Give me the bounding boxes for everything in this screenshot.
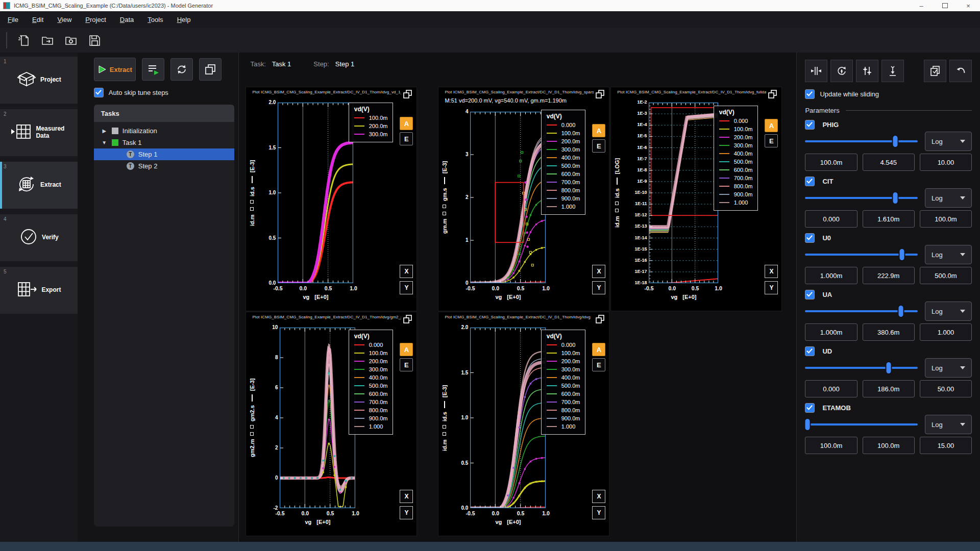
edit-scale-button[interactable]: E xyxy=(592,358,605,371)
param-slider-cit[interactable] xyxy=(805,191,918,205)
update-while-sliding-row[interactable]: Update while sliding xyxy=(805,89,972,99)
log-scale-select[interactable]: Log xyxy=(925,132,972,151)
tree-item-task-1[interactable]: ▼Task 1 xyxy=(94,137,235,148)
param-value-field[interactable]: 186.0m xyxy=(863,380,915,397)
x-axis-button[interactable]: X xyxy=(400,490,413,503)
duplicate-button[interactable] xyxy=(199,58,222,81)
param-max-field[interactable]: 50.00 xyxy=(920,380,972,397)
edit-scale-button[interactable]: E xyxy=(400,358,413,371)
menu-edit[interactable]: Edit xyxy=(32,16,43,23)
expand-plot-button[interactable] xyxy=(403,314,414,325)
sidebar-item-verify[interactable]: 4Verify xyxy=(0,214,78,261)
log-scale-select[interactable]: Log xyxy=(925,302,972,321)
edit-scale-button[interactable]: E xyxy=(765,134,778,147)
undo-button[interactable] xyxy=(949,60,972,82)
sidebar-item-export[interactable]: 5Export xyxy=(0,267,78,314)
y-axis-button[interactable]: Y xyxy=(400,506,413,519)
param-slider-ua[interactable] xyxy=(805,305,918,318)
auto-scale-button[interactable]: A xyxy=(400,343,413,356)
param-checkbox-ud[interactable] xyxy=(805,346,815,356)
expand-plot-button[interactable] xyxy=(595,314,606,325)
menu-file[interactable]: File xyxy=(8,16,18,23)
param-checkbox-ua[interactable] xyxy=(805,290,815,299)
chevron-down-icon[interactable]: ▼ xyxy=(101,140,108,145)
auto-scale-button[interactable]: A xyxy=(765,119,778,132)
x-axis-button[interactable]: X xyxy=(592,265,605,278)
chevron-right-icon[interactable]: ▶ xyxy=(101,128,108,134)
slider-handle[interactable] xyxy=(892,191,898,205)
menu-data[interactable]: Data xyxy=(120,16,134,23)
auto-skip-row[interactable]: Auto skip tune steps xyxy=(94,88,235,97)
param-max-field[interactable]: 1.000 xyxy=(920,323,972,341)
param-value-field[interactable]: 100.0m xyxy=(863,437,915,454)
param-min-field[interactable]: 0.000 xyxy=(805,380,857,397)
param-max-field[interactable]: 10.00 xyxy=(920,154,972,171)
auto-skip-checkbox[interactable] xyxy=(94,88,104,97)
reset-sliders-button[interactable] xyxy=(830,60,853,82)
plot-canvas[interactable] xyxy=(470,328,546,508)
extract-button[interactable]: Extract xyxy=(94,58,136,81)
tree-item-step-2[interactable]: TStep 2 xyxy=(94,160,235,172)
open-project-button[interactable] xyxy=(39,32,56,49)
param-min-field[interactable]: 1.000m xyxy=(805,267,857,284)
log-scale-select[interactable]: Log xyxy=(925,188,972,208)
param-slider-phig[interactable] xyxy=(805,135,918,148)
expand-plot-button[interactable] xyxy=(595,89,606,101)
param-slider-etamob[interactable] xyxy=(805,418,918,431)
project-settings-button[interactable] xyxy=(62,32,80,49)
param-min-field[interactable]: 1.000m xyxy=(805,323,857,341)
param-slider-u0[interactable] xyxy=(805,248,918,261)
auto-scale-button[interactable]: A xyxy=(400,117,413,130)
param-slider-ud[interactable] xyxy=(805,361,918,374)
tune-sliders-button[interactable] xyxy=(856,60,878,82)
y-axis-button[interactable]: Y xyxy=(400,281,413,294)
log-scale-select[interactable]: Log xyxy=(925,245,972,264)
y-axis-button[interactable]: Y xyxy=(592,506,605,519)
menu-tools[interactable]: Tools xyxy=(148,16,163,23)
new-file-button[interactable] xyxy=(15,32,33,49)
param-min-field[interactable]: 100.0m xyxy=(805,437,857,454)
minimize-button[interactable]: – xyxy=(910,0,933,11)
param-checkbox-etamob[interactable] xyxy=(805,403,815,413)
sidebar-item-extract[interactable]: 3Extract xyxy=(0,162,78,209)
expand-plot-button[interactable] xyxy=(403,89,414,101)
menu-project[interactable]: Project xyxy=(85,16,106,23)
pin-sliders-button[interactable] xyxy=(881,60,904,82)
maximize-button[interactable] xyxy=(933,0,957,11)
plot-canvas[interactable] xyxy=(470,112,546,283)
param-max-field[interactable]: 500.0m xyxy=(920,267,972,284)
plot-canvas[interactable] xyxy=(280,328,355,508)
plot-canvas[interactable] xyxy=(649,103,718,283)
copy-plots-button[interactable] xyxy=(924,60,946,82)
update-while-sliding-checkbox[interactable] xyxy=(805,89,815,99)
save-button[interactable] xyxy=(86,32,103,49)
param-value-field[interactable]: 222.9m xyxy=(863,267,915,284)
auto-scale-button[interactable]: A xyxy=(592,124,605,137)
edit-scale-button[interactable]: E xyxy=(400,132,413,145)
menu-view[interactable]: View xyxy=(57,16,71,23)
fit-sliders-button[interactable] xyxy=(805,60,827,82)
close-button[interactable]: × xyxy=(957,0,980,11)
param-checkbox-cit[interactable] xyxy=(805,177,815,186)
auto-scale-button[interactable]: A xyxy=(592,343,605,356)
edit-scale-button[interactable]: E xyxy=(592,139,605,153)
log-scale-select[interactable]: Log xyxy=(925,358,972,378)
x-axis-button[interactable]: X xyxy=(592,490,605,503)
expand-plot-button[interactable] xyxy=(768,89,779,101)
param-checkbox-u0[interactable] xyxy=(805,233,815,243)
slider-handle[interactable] xyxy=(804,418,811,431)
param-max-field[interactable]: 15.00 xyxy=(920,437,972,454)
y-axis-button[interactable]: Y xyxy=(765,281,778,294)
param-min-field[interactable]: 0.000 xyxy=(805,210,857,228)
plot-canvas[interactable] xyxy=(278,103,353,283)
sidebar-item-measured-data[interactable]: 2Measured Data xyxy=(0,109,78,156)
x-axis-button[interactable]: X xyxy=(765,265,778,278)
run-selected-button[interactable] xyxy=(142,58,164,81)
tree-item-step-1[interactable]: TStep 1 xyxy=(94,148,235,160)
refresh-button[interactable] xyxy=(170,58,193,81)
param-value-field[interactable]: 4.545 xyxy=(863,154,915,171)
param-value-field[interactable]: 380.6m xyxy=(863,323,915,341)
param-max-field[interactable]: 100.0m xyxy=(920,210,972,228)
log-scale-select[interactable]: Log xyxy=(925,415,972,434)
slider-handle[interactable] xyxy=(899,248,905,261)
